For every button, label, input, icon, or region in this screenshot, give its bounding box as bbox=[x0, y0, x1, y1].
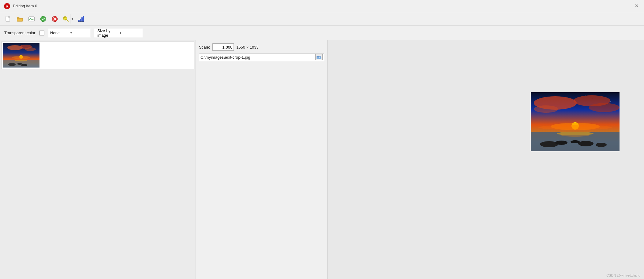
preview-sunset-svg bbox=[531, 92, 620, 151]
svg-point-28 bbox=[21, 64, 27, 66]
svg-rect-32 bbox=[319, 57, 320, 58]
chart-icon bbox=[78, 16, 84, 22]
svg-text:R: R bbox=[6, 4, 9, 9]
search-button[interactable] bbox=[62, 14, 70, 24]
scale-label: Scale: bbox=[199, 45, 210, 50]
transparent-color-checkbox[interactable] bbox=[39, 31, 44, 35]
svg-line-12 bbox=[67, 20, 68, 21]
cancel-button[interactable] bbox=[50, 14, 60, 24]
new-file-button[interactable] bbox=[3, 14, 13, 24]
size-dropdown-arrow: ▾ bbox=[120, 31, 140, 35]
svg-rect-15 bbox=[80, 19, 81, 22]
svg-point-37 bbox=[586, 95, 586, 96]
open-file-icon bbox=[17, 16, 23, 22]
transparent-color-arrow: ▾ bbox=[70, 31, 89, 35]
svg-point-40 bbox=[589, 103, 620, 112]
svg-point-51 bbox=[596, 143, 607, 147]
approve-icon bbox=[40, 16, 47, 22]
chart-button[interactable] bbox=[76, 14, 86, 24]
svg-point-27 bbox=[8, 63, 16, 66]
svg-point-49 bbox=[555, 141, 567, 145]
insert-image-icon bbox=[28, 16, 35, 22]
preview-panel bbox=[328, 40, 644, 279]
close-button[interactable]: ✕ bbox=[633, 2, 640, 9]
browse-button[interactable] bbox=[315, 54, 323, 60]
main-area: Scale: 1550 × 1033 C:\myimages\edit-crop… bbox=[0, 40, 644, 279]
title-bar-left: R Editing Item 0 bbox=[4, 3, 37, 9]
search-icon bbox=[62, 16, 69, 22]
svg-rect-3 bbox=[9, 16, 10, 17]
insert-image-button[interactable] bbox=[26, 14, 37, 24]
transparent-color-label: Transparent color: bbox=[4, 31, 36, 35]
options-bar: Transparent color: None ▾ Size by image … bbox=[0, 26, 644, 40]
svg-point-22 bbox=[25, 47, 36, 51]
scale-row: Scale: 1550 × 1033 bbox=[199, 43, 324, 51]
svg-point-50 bbox=[578, 141, 593, 146]
preview-image bbox=[531, 92, 620, 151]
transparent-color-value: None bbox=[50, 31, 69, 35]
title-bar: R Editing Item 0 ✕ bbox=[0, 0, 644, 12]
svg-point-52 bbox=[571, 140, 580, 143]
svg-point-26 bbox=[15, 60, 27, 61]
dimensions-text: 1550 × 1033 bbox=[236, 45, 259, 50]
approve-button[interactable] bbox=[38, 14, 48, 24]
svg-point-47 bbox=[561, 135, 589, 137]
thumbnail bbox=[3, 43, 39, 68]
svg-rect-5 bbox=[17, 18, 23, 21]
image-list-panel bbox=[0, 40, 196, 279]
transparent-color-dropdown[interactable]: None ▾ bbox=[48, 29, 91, 37]
search-button-group[interactable]: ▾ bbox=[61, 14, 75, 24]
app-icon: R bbox=[4, 3, 10, 9]
filepath-text: C:\myimages\edit-crop-1.jpg bbox=[200, 55, 314, 60]
svg-rect-16 bbox=[81, 17, 83, 22]
search-dropdown-button[interactable]: ▾ bbox=[70, 14, 74, 24]
size-by-image-label: Size by image bbox=[97, 28, 117, 38]
new-file-icon bbox=[5, 16, 12, 22]
watermark: CSDN @winfredzhang bbox=[606, 273, 640, 277]
open-file-button[interactable] bbox=[15, 14, 25, 24]
scale-input[interactable] bbox=[212, 43, 234, 51]
svg-rect-17 bbox=[83, 16, 84, 22]
svg-point-41 bbox=[534, 105, 558, 113]
size-by-image-dropdown[interactable]: Size by image ▾ bbox=[94, 29, 143, 37]
properties-panel: Scale: 1550 × 1033 C:\myimages\edit-crop… bbox=[196, 40, 328, 279]
svg-point-24 bbox=[12, 56, 30, 59]
list-item[interactable] bbox=[1, 42, 194, 69]
svg-point-29 bbox=[17, 63, 22, 65]
svg-rect-14 bbox=[78, 20, 80, 22]
window-title: Editing Item 0 bbox=[13, 4, 37, 8]
cancel-icon bbox=[51, 16, 58, 22]
thumbnail-sunset-svg bbox=[3, 43, 39, 68]
filepath-row: C:\myimages\edit-crop-1.jpg bbox=[199, 53, 324, 61]
svg-point-44 bbox=[538, 125, 612, 130]
svg-point-11 bbox=[63, 17, 67, 20]
toolbar: ▾ bbox=[0, 12, 644, 26]
browse-icon bbox=[316, 55, 321, 59]
